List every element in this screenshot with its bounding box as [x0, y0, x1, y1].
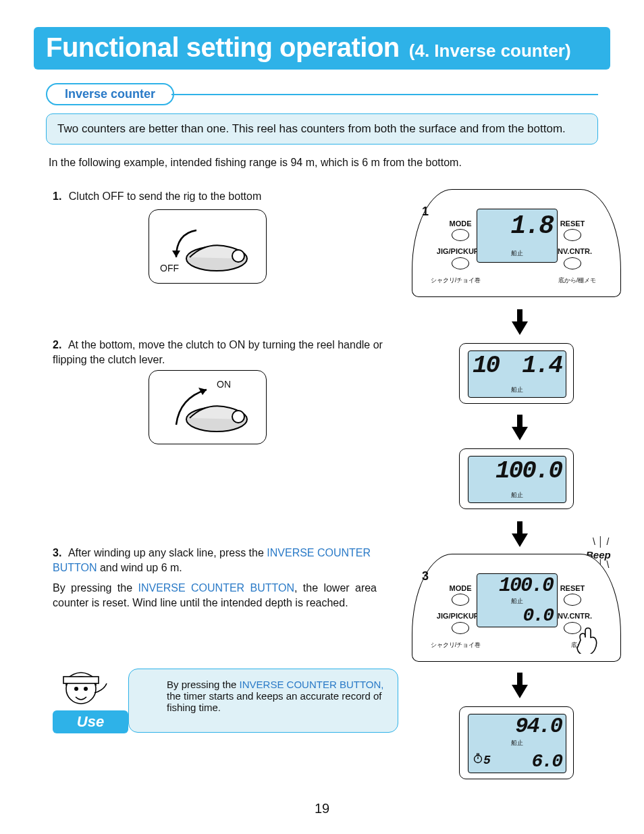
- step-1-num: 1.: [53, 190, 61, 202]
- step-1-text: Clutch OFF to send the rig to the bottom: [69, 190, 261, 202]
- display-2: 10 1.4 船止: [459, 343, 574, 404]
- step-1: 1. Clutch OFF to send the rig to the bot…: [53, 189, 390, 204]
- intro-box: Two counters are better than one. This r…: [46, 113, 598, 145]
- reset-label: RESET: [556, 584, 589, 592]
- step-2-num: 2.: [53, 339, 61, 350]
- display-panel-1: 1 MODE JIG/PICKUP シャクリ/チョイ巻 RESET INV.CN…: [412, 189, 621, 297]
- clutch-on-figure: ON: [149, 370, 267, 444]
- svg-point-6: [74, 687, 78, 691]
- section-rule: [171, 94, 598, 95]
- inv-label: INV.CNTR.: [552, 247, 596, 255]
- page-number: 19: [0, 801, 644, 816]
- panel-3-screen: 100.0 船止 0.0: [477, 573, 558, 627]
- step-2-text: At the bottom, move the clutch to ON by …: [53, 339, 383, 365]
- panel-3-small: 0.0: [523, 606, 553, 625]
- jp-left-label: シャクリ/チョイ巻: [429, 276, 483, 285]
- mode-label: MODE: [444, 584, 477, 592]
- use-tip-box: By pressing the INVERSE COUNTER BUTTON, …: [128, 669, 398, 733]
- clutch-off-figure: OFF: [149, 209, 267, 284]
- svg-point-7: [84, 687, 88, 691]
- step-3b-link: INVERSE COUNTER BUTTON: [138, 582, 294, 594]
- reset-button[interactable]: [564, 594, 581, 606]
- section-header: Inverse counter: [46, 83, 598, 105]
- step-3b: By pressing the INVERSE COUNTER BUTTON, …: [53, 581, 377, 610]
- tip-link: INVERSE COUNTER BUTTON,: [240, 679, 384, 690]
- step-3b-pre: By pressing the: [53, 582, 138, 594]
- panel-3-number: 3: [422, 569, 429, 583]
- clutch-off-label: OFF: [160, 263, 179, 273]
- display-5-screen: 94.0 船止 6.0 5: [468, 714, 566, 773]
- display-2-left: 10: [473, 354, 499, 378]
- jig-label: JIG/PICKUP: [434, 612, 481, 620]
- use-tab: Use: [53, 710, 128, 733]
- display-5-timer: 5: [483, 754, 491, 767]
- mode-button[interactable]: [452, 594, 469, 606]
- panel-1-number: 1: [422, 205, 429, 219]
- display-2-screen: 10 1.4 船止: [468, 350, 566, 398]
- title-sub: (4. Inverse counter): [409, 41, 571, 61]
- spark-icon: \ │ /: [593, 539, 609, 544]
- svg-rect-5: [63, 677, 99, 683]
- display-5-small: 6.0: [532, 752, 562, 771]
- jig-button[interactable]: [452, 257, 469, 269]
- arrow-icon: [512, 427, 528, 440]
- arrow-icon: [512, 533, 528, 547]
- intro-note: In the following example, intended fishi…: [49, 157, 595, 169]
- display-3-screen: 100.0 船止: [468, 456, 566, 503]
- svg-point-3: [232, 411, 244, 423]
- step-3-pre: After winding up any slack line, press t…: [68, 547, 267, 558]
- arrow-icon: [512, 685, 528, 698]
- title-bar: Functional setting operation (4. Inverse…: [34, 27, 610, 70]
- tip-post: the timer starts and keeps an accurate r…: [167, 690, 382, 713]
- step-3-post: and wind up 6 m.: [97, 562, 182, 573]
- panel-1-value: 1.8: [511, 213, 553, 239]
- arrow-icon: [512, 321, 528, 335]
- display-5-big: 94.0: [515, 716, 562, 737]
- jig-button[interactable]: [452, 622, 469, 634]
- step-2: 2. At the bottom, move the clutch to ON …: [53, 338, 390, 367]
- mode-label: MODE: [444, 219, 477, 228]
- display-5: 94.0 船止 6.0 5: [459, 706, 574, 779]
- title-main: Functional setting operation: [46, 32, 400, 63]
- display-3: 100.0 船止: [459, 448, 574, 509]
- display-2-right: 1.4: [522, 354, 562, 378]
- panel-3-big: 100.0: [499, 575, 553, 596]
- mode-button[interactable]: [452, 229, 469, 241]
- section-label: Inverse counter: [46, 83, 174, 105]
- inv-button[interactable]: [564, 257, 581, 269]
- jp-left-label: シャクリ/チョイ巻: [429, 641, 483, 650]
- panel-1-jp: 船止: [477, 249, 557, 258]
- mascot-icon: [54, 663, 109, 712]
- clutch-on-icon: [149, 371, 267, 445]
- display-5-jp: 船止: [468, 739, 566, 748]
- reset-label: RESET: [556, 219, 589, 228]
- step-3: 3. After winding up any slack line, pres…: [53, 546, 377, 575]
- timer-icon: [473, 753, 483, 766]
- display-2-jp: 船止: [468, 386, 566, 394]
- reset-button[interactable]: [564, 229, 581, 241]
- display-3-value: 100.0: [495, 459, 562, 484]
- clutch-on-label: ON: [217, 379, 231, 390]
- panel-1-screen: 1.8 船止: [477, 209, 558, 263]
- jig-label: JIG/PICKUP: [434, 247, 481, 255]
- inv-label: INV.CNTR.: [552, 612, 596, 620]
- svg-rect-9: [477, 754, 479, 755]
- pointing-hand-icon: [574, 627, 601, 654]
- tip-pre: By pressing the: [167, 679, 240, 690]
- manual-page: Functional setting operation (4. Inverse…: [0, 0, 644, 834]
- body: 1. Clutch OFF to send the rig to the bot…: [34, 189, 610, 783]
- display-3-jp: 船止: [468, 491, 566, 500]
- jp-right-label: 底から/棚メモ: [550, 276, 604, 285]
- step-3-num: 3.: [53, 547, 61, 558]
- svg-point-1: [232, 250, 244, 262]
